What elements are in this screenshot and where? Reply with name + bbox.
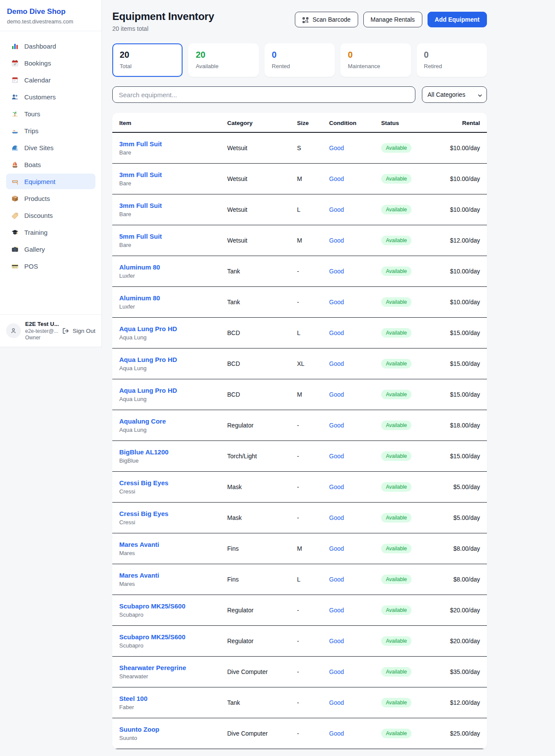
stat-value: 0 bbox=[348, 49, 403, 60]
scan-barcode-button[interactable]: Scan Barcode bbox=[295, 12, 358, 27]
sidebar-item-label: POS bbox=[24, 263, 38, 270]
condition-link[interactable]: Good bbox=[329, 360, 344, 367]
condition-link[interactable]: Good bbox=[329, 422, 344, 429]
sidebar-item-dive-sites[interactable]: Dive Sites bbox=[6, 140, 95, 155]
sidebar-item-dashboard[interactable]: Dashboard bbox=[6, 38, 95, 54]
item-name-link[interactable]: Shearwater Peregrine bbox=[119, 664, 213, 671]
condition-link[interactable]: Good bbox=[329, 576, 344, 583]
sidebar-item-discounts[interactable]: Discounts bbox=[6, 207, 95, 223]
status-badge: Available bbox=[381, 636, 411, 646]
item-name-link[interactable]: Cressi Big Eyes bbox=[119, 479, 213, 486]
shop-subdomain: demo.test.divestreams.com bbox=[7, 19, 95, 25]
table-row: Aqua Lung Pro HD Aqua Lung BCD M Good Av… bbox=[112, 379, 487, 410]
condition-link[interactable]: Good bbox=[329, 699, 344, 706]
stat-card-maintenance[interactable]: 0 Maintenance bbox=[340, 43, 411, 77]
condition-link[interactable]: Good bbox=[329, 638, 344, 644]
item-name-link[interactable]: 3mm Full Suit bbox=[119, 140, 213, 148]
item-name-link[interactable]: Steel 100 bbox=[119, 695, 213, 702]
item-name-link[interactable]: BigBlue AL1200 bbox=[119, 448, 213, 456]
item-name-link[interactable]: 3mm Full Suit bbox=[119, 171, 213, 178]
condition-link[interactable]: Good bbox=[329, 607, 344, 614]
item-name-link[interactable]: Mares Avanti bbox=[119, 541, 213, 548]
condition-link[interactable]: Good bbox=[329, 391, 344, 398]
item-rental: $12.00/day bbox=[439, 225, 487, 256]
item-name-link[interactable]: Cressi Big Eyes bbox=[119, 510, 213, 517]
condition-link[interactable]: Good bbox=[329, 730, 344, 737]
item-brand: Aqua Lung bbox=[119, 365, 213, 371]
sidebar-item-pos[interactable]: POS bbox=[6, 258, 95, 274]
search-input[interactable] bbox=[112, 86, 415, 103]
condition-link[interactable]: Good bbox=[329, 668, 344, 675]
condition-link[interactable]: Good bbox=[329, 329, 344, 336]
status-badge: Available bbox=[381, 513, 411, 523]
item-name-link[interactable]: Aqua Lung Pro HD bbox=[119, 387, 213, 394]
item-name-link[interactable]: Aqualung Core bbox=[119, 417, 213, 425]
sign-out-button[interactable]: Sign Out bbox=[62, 327, 95, 335]
item-rental: $5.00/day bbox=[439, 502, 487, 533]
sidebar-item-label: Customers bbox=[24, 93, 56, 101]
stat-card-total[interactable]: 20 Total bbox=[112, 43, 183, 77]
item-name-link[interactable]: Aluminum 80 bbox=[119, 263, 213, 271]
condition-link[interactable]: Good bbox=[329, 237, 344, 244]
stat-card-available[interactable]: 20 Available bbox=[188, 43, 258, 77]
sidebar-item-bookings[interactable]: 17 Bookings bbox=[6, 55, 95, 71]
status-badge: Available bbox=[381, 143, 411, 153]
category-select[interactable]: All Categories bbox=[422, 86, 487, 103]
condition-link[interactable]: Good bbox=[329, 299, 344, 306]
item-category: BCD bbox=[220, 317, 290, 348]
item-size: L bbox=[290, 194, 322, 225]
sidebar-item-equipment[interactable]: Equipment bbox=[6, 174, 95, 189]
column-header-item: Item bbox=[112, 113, 220, 132]
stat-card-retired[interactable]: 0 Retired bbox=[417, 43, 487, 77]
sidebar-item-tours[interactable]: Tours bbox=[6, 106, 95, 122]
sidebar-item-boats[interactable]: Boats bbox=[6, 157, 95, 172]
logout-icon bbox=[62, 327, 69, 335]
condition-link[interactable]: Good bbox=[329, 453, 344, 460]
manage-rentals-button[interactable]: Manage Rentals bbox=[363, 12, 422, 27]
items-total-subtitle: 20 items total bbox=[112, 25, 214, 32]
item-name-link[interactable]: Aqua Lung Pro HD bbox=[119, 325, 213, 332]
status-badge: Available bbox=[381, 390, 411, 399]
item-rental: $10.00/day bbox=[439, 132, 487, 163]
sidebar-item-gallery[interactable]: Gallery bbox=[6, 241, 95, 257]
sidebar-item-customers[interactable]: Customers bbox=[6, 89, 95, 105]
status-badge: Available bbox=[381, 421, 411, 430]
item-rental: $20.00/day bbox=[439, 595, 487, 625]
sidebar-item-calendar[interactable]: Calendar bbox=[6, 72, 95, 88]
table-row: Aqualung Core Aqua Lung Regulator - Good… bbox=[112, 410, 487, 440]
item-size: L bbox=[290, 317, 322, 348]
item-rental: $15.00/day bbox=[439, 348, 487, 379]
item-rental: $18.00/day bbox=[439, 410, 487, 440]
table-header-row: ItemCategorySizeConditionStatusRental bbox=[112, 113, 487, 132]
sidebar-item-products[interactable]: Products bbox=[6, 191, 95, 206]
item-brand: Scubapro bbox=[119, 611, 213, 618]
condition-link[interactable]: Good bbox=[329, 514, 344, 521]
item-name-link[interactable]: 3mm Full Suit bbox=[119, 202, 213, 209]
condition-link[interactable]: Good bbox=[329, 206, 344, 213]
item-name-link[interactable]: Aqua Lung Pro HD bbox=[119, 356, 213, 363]
item-name-link[interactable]: Mares Avanti bbox=[119, 572, 213, 579]
stat-card-rented[interactable]: 0 Rented bbox=[264, 43, 335, 77]
item-name-link[interactable]: Scubapro MK25/S600 bbox=[119, 633, 213, 641]
item-brand: Scubapro bbox=[119, 642, 213, 649]
item-size: L bbox=[290, 564, 322, 595]
stat-label: Maintenance bbox=[348, 63, 403, 69]
item-size: - bbox=[290, 471, 322, 502]
stat-value: 0 bbox=[424, 49, 480, 60]
condition-link[interactable]: Good bbox=[329, 145, 344, 151]
item-size: S bbox=[290, 132, 322, 163]
sidebar-item-training[interactable]: Training bbox=[6, 224, 95, 240]
sidebar-item-trips[interactable]: Trips bbox=[6, 123, 95, 138]
item-name-link[interactable]: Suunto Zoop bbox=[119, 726, 213, 733]
condition-link[interactable]: Good bbox=[329, 175, 344, 182]
condition-link[interactable]: Good bbox=[329, 483, 344, 490]
item-name-link[interactable]: 5mm Full Suit bbox=[119, 233, 213, 240]
item-name-link[interactable]: Aluminum 80 bbox=[119, 294, 213, 302]
condition-link[interactable]: Good bbox=[329, 545, 344, 552]
page-title: Equipment Inventory bbox=[112, 10, 214, 23]
item-category: Torch/Light bbox=[220, 440, 290, 471]
condition-link[interactable]: Good bbox=[329, 268, 344, 275]
item-name-link[interactable]: Scubapro MK25/S600 bbox=[119, 602, 213, 610]
sidebar-item-label: Tours bbox=[24, 110, 40, 118]
add-equipment-button[interactable]: Add Equipment bbox=[428, 12, 487, 27]
